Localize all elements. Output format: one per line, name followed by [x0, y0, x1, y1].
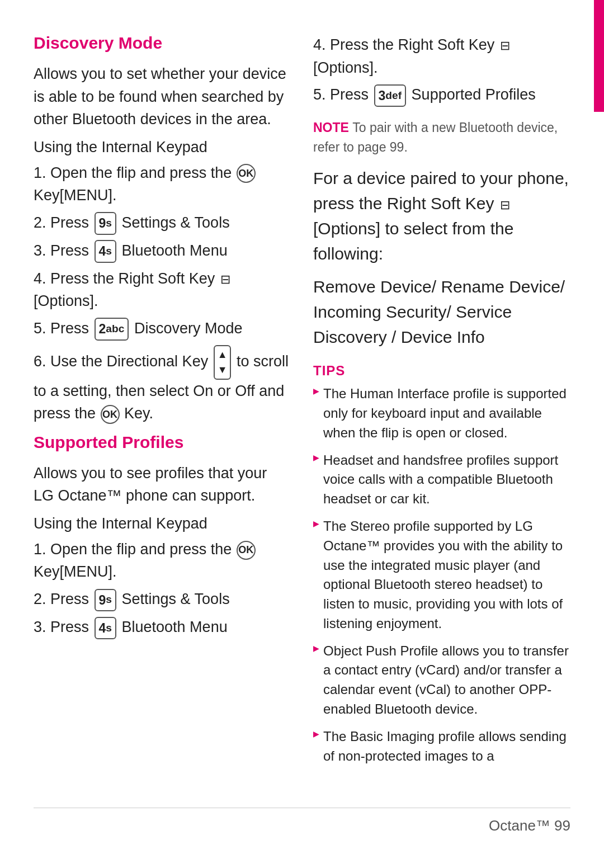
step-text: Bluetooth Menu: [122, 619, 228, 635]
tip-2: Headset and handsfree profiles support v…: [313, 451, 570, 509]
footer-text: Octane™ 99: [489, 817, 570, 834]
step-2: 2. Press 9s Settings & Tools: [34, 211, 291, 235]
supported-profiles-subheading: Using the Internal Keypad: [34, 515, 291, 532]
note-label: NOTE: [313, 120, 352, 135]
step-num: 1. Open the flip and press the: [34, 164, 236, 181]
tip-3: The Stereo profile supported by LG Octan…: [313, 517, 570, 634]
step-num: 2. Press: [34, 214, 93, 231]
step-text: [Options].: [34, 293, 98, 309]
step-text: Settings & Tools: [122, 214, 230, 231]
paired-device-body: For a device paired to your phone, press…: [313, 166, 570, 266]
key-3: 3def: [374, 84, 407, 107]
sp-step-3: 3. Press 4s Bluetooth Menu: [34, 616, 291, 639]
step-text: Bluetooth Menu: [122, 242, 228, 259]
step-num: 4. Press the Right Soft Key: [34, 270, 219, 287]
step-num: 3. Press: [34, 619, 89, 635]
step-6: 6. Use the Directional Key ▲▼ to scroll …: [34, 345, 291, 425]
discovery-mode-subheading: Using the Internal Keypad: [34, 139, 291, 156]
options-text: Remove Device/ Rename Device/ Incoming S…: [313, 274, 570, 350]
tip-4: Object Push Profile allows you to transf…: [313, 641, 570, 719]
key-9: 9s: [95, 212, 116, 235]
right-column: 4. Press the Right Soft Key ⊟ [Options].…: [313, 34, 570, 791]
step-num: 1. Open the flip and press the: [34, 541, 236, 558]
step-num: 3. Press: [34, 242, 89, 259]
discovery-mode-heading: Discovery Mode: [34, 34, 291, 53]
ok-key-2: OK: [101, 405, 120, 424]
sp-step-2: 2. Press 9s Settings & Tools: [34, 588, 291, 611]
step-5: 5. Press 2abc Discovery Mode: [34, 317, 291, 341]
step-text: Settings & Tools: [122, 591, 230, 607]
supported-profiles-steps: 1. Open the flip and press the OK Key[ME…: [34, 538, 291, 639]
rc-step-4: 4. Press the Right Soft Key ⊟ [Options].: [313, 34, 570, 79]
step-1: 1. Open the flip and press the OK Key[ME…: [34, 162, 291, 207]
key-4-sp: 4s: [95, 617, 116, 640]
section-discovery-mode: Discovery Mode Allows you to set whether…: [34, 34, 291, 425]
sp-step-1: 1. Open the flip and press the OK Key[ME…: [34, 538, 291, 583]
accent-bar: [594, 0, 604, 112]
step-text: Discovery Mode: [134, 320, 243, 337]
tip-1: The Human Interface profile is supported…: [313, 384, 570, 442]
step-text: [Options].: [313, 59, 378, 76]
footer: Octane™ 99: [34, 808, 570, 834]
step-3: 3. Press 4s Bluetooth Menu: [34, 239, 291, 263]
key-9-sp: 9s: [95, 589, 116, 612]
softkey-icon-right: ⊟: [500, 36, 510, 55]
step-text: Key[MENU].: [34, 187, 117, 204]
step-4: 4. Press the Right Soft Key ⊟ [Options].: [34, 267, 291, 313]
step-text-end: Key.: [124, 405, 153, 422]
step-num: 4. Press the Right Soft Key: [313, 36, 494, 53]
ok-key-sp: OK: [237, 541, 256, 560]
tips-section: TIPS The Human Interface profile is supp…: [313, 363, 570, 766]
step-text: Key[MENU].: [34, 563, 117, 580]
discovery-mode-body: Allows you to set whether your device is…: [34, 63, 291, 131]
left-column: Discovery Mode Allows you to set whether…: [34, 34, 291, 791]
section-supported-profiles: Supported Profiles Allows you to see pro…: [34, 433, 291, 639]
rc-step-5: 5. Press 3def Supported Profiles: [313, 83, 570, 107]
tips-heading: TIPS: [313, 363, 570, 379]
page: Discovery Mode Allows you to set whether…: [0, 0, 604, 868]
key-4: 4s: [95, 240, 116, 263]
supported-profiles-body: Allows you to see profiles that your LG …: [34, 462, 291, 507]
key-2: 2abc: [95, 318, 129, 341]
step-num: 5. Press: [34, 320, 89, 337]
softkey-icon-paired: ⊟: [500, 196, 510, 214]
step-num: 6. Use the Directional Key: [34, 353, 213, 370]
directional-key-icon: ▲▼: [214, 345, 232, 380]
tip-5: The Basic Imaging profile allows sending…: [313, 727, 570, 766]
note-block: NOTE To pair with a new Bluetooth device…: [313, 118, 570, 157]
right-steps-continued: 4. Press the Right Soft Key ⊟ [Options].…: [313, 34, 570, 107]
step-num: 5. Press: [313, 86, 369, 103]
discovery-mode-steps: 1. Open the flip and press the OK Key[ME…: [34, 162, 291, 425]
softkey-icon: ⊟: [220, 270, 230, 289]
step-text: Supported Profiles: [412, 86, 536, 103]
tips-list: The Human Interface profile is supported…: [313, 384, 570, 766]
ok-key: OK: [237, 164, 256, 183]
step-num: 2. Press: [34, 591, 93, 607]
supported-profiles-heading: Supported Profiles: [34, 433, 291, 452]
